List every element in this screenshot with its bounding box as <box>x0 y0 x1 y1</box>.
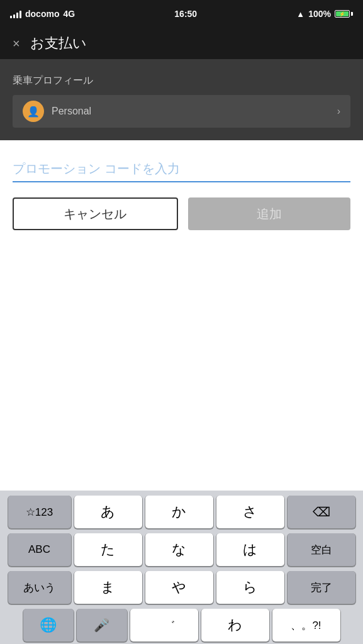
avatar: 👤 <box>23 101 44 122</box>
key-ha[interactable]: は <box>216 533 284 566</box>
promo-code-input[interactable] <box>13 159 350 182</box>
background-content: 乗車プロフィール 👤 Personal › <box>0 59 363 140</box>
status-bar: docomo 4G 16:50 ▲ 100% ⚡ <box>0 0 363 28</box>
nav-header: × お支払い <box>0 28 363 59</box>
key-space-label: 空白 <box>311 543 332 557</box>
network-label: 4G <box>63 9 75 19</box>
promo-input-wrapper <box>13 159 350 182</box>
profile-section-label: 乗車プロフィール <box>13 74 350 87</box>
keyboard-row-2: ABC た な は 空白 <box>3 533 360 566</box>
key-dakuten-label: ゞ゛ <box>154 618 175 633</box>
key-done-label: 完了 <box>311 580 332 595</box>
profile-name: Personal <box>52 106 330 117</box>
key-ma-label: ま <box>101 578 115 597</box>
keyboard-row-1: ☆123 あ か さ ⌫ <box>3 496 360 528</box>
key-punct[interactable]: 、。?! <box>272 609 340 641</box>
status-left: docomo 4G <box>10 9 75 19</box>
signal-bar-4 <box>20 11 21 18</box>
key-sa[interactable]: さ <box>216 496 284 528</box>
delete-icon: ⌫ <box>313 504 330 519</box>
key-na[interactable]: な <box>145 533 213 566</box>
key-ma[interactable]: ま <box>74 571 142 604</box>
avatar-icon: 👤 <box>27 106 40 118</box>
key-a[interactable]: あ <box>74 496 142 528</box>
time-label: 16:50 <box>174 9 197 19</box>
keyboard: ☆123 あ か さ ⌫ ABC た な は 空白 <box>0 491 363 644</box>
key-ra[interactable]: ら <box>216 571 284 604</box>
chevron-right-icon: › <box>337 106 340 117</box>
key-num-sym[interactable]: ☆123 <box>8 496 71 528</box>
battery-bolt-icon: ⚡ <box>339 11 345 17</box>
signal-bar-2 <box>13 14 15 18</box>
key-wa-label: わ <box>228 616 242 635</box>
signal-bars <box>10 9 21 18</box>
page-title: お支払い <box>30 34 87 53</box>
key-ka-label: か <box>172 502 186 521</box>
key-ta-label: た <box>101 540 115 559</box>
key-globe[interactable]: 🌐 <box>23 609 74 641</box>
key-ta[interactable]: た <box>74 533 142 566</box>
key-hiragana-label: あいう <box>23 580 55 595</box>
key-abc[interactable]: ABC <box>8 533 71 566</box>
key-ka[interactable]: か <box>145 496 213 528</box>
key-num-sym-label: ☆123 <box>26 506 53 519</box>
key-dakuten[interactable]: ゞ゛ <box>130 609 198 641</box>
globe-icon: 🌐 <box>40 617 57 633</box>
key-sa-label: さ <box>243 502 257 521</box>
button-row: キャンセル 追加 <box>13 197 350 230</box>
key-mic[interactable]: 🎤 <box>77 609 127 641</box>
key-na-label: な <box>172 540 186 559</box>
key-ya-label: や <box>172 578 186 597</box>
key-space[interactable]: 空白 <box>288 533 355 566</box>
key-ra-label: ら <box>243 578 257 597</box>
battery-icon: ⚡ <box>335 10 353 18</box>
mic-icon: 🎤 <box>94 618 109 633</box>
status-right: ▲ 100% ⚡ <box>296 9 353 19</box>
keyboard-row-3: あいう ま や ら 完了 <box>3 571 360 604</box>
cancel-button[interactable]: キャンセル <box>13 197 178 230</box>
key-abc-label: ABC <box>28 543 50 556</box>
key-hiragana[interactable]: あいう <box>8 571 71 604</box>
key-punct-label: 、。?! <box>291 618 321 633</box>
key-done[interactable]: 完了 <box>288 571 355 604</box>
key-ya[interactable]: や <box>145 571 213 604</box>
carrier-label: docomo <box>25 9 59 19</box>
key-a-label: あ <box>101 502 115 521</box>
profile-row[interactable]: 👤 Personal › <box>13 95 350 128</box>
location-icon: ▲ <box>296 9 304 19</box>
keyboard-row-4: 🌐 🎤 ゞ゛ わ 、。?! <box>3 609 360 641</box>
key-ha-label: は <box>243 540 257 559</box>
signal-bar-1 <box>10 16 12 18</box>
key-wa[interactable]: わ <box>201 609 269 641</box>
modal-area: キャンセル 追加 <box>0 140 363 249</box>
key-delete[interactable]: ⌫ <box>288 496 355 528</box>
add-button[interactable]: 追加 <box>188 197 351 230</box>
signal-bar-3 <box>16 13 18 18</box>
battery-percent: 100% <box>308 9 331 19</box>
close-button[interactable]: × <box>13 36 20 51</box>
